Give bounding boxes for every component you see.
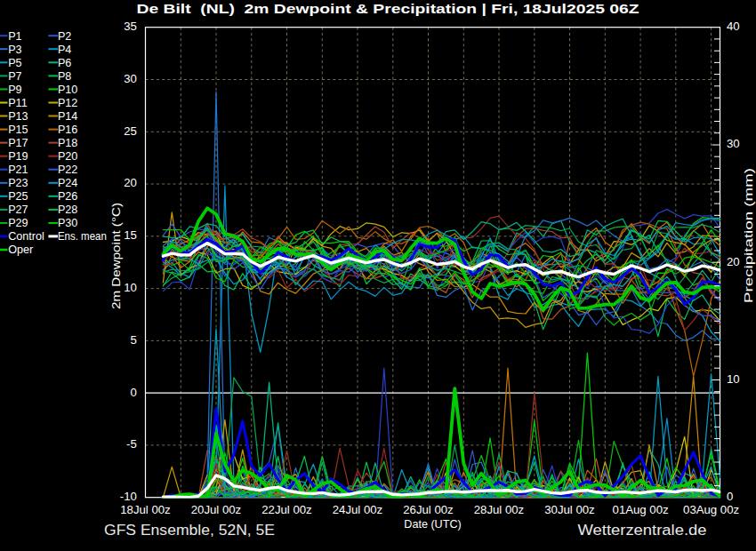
svg-text:P29: P29: [8, 217, 28, 229]
svg-text:GFS Ensemble, 52N, 5E: GFS Ensemble, 52N, 5E: [104, 521, 275, 539]
svg-text:18Jul 00z: 18Jul 00z: [120, 503, 170, 516]
svg-text:01Aug 00z: 01Aug 00z: [613, 503, 669, 516]
svg-text:30: 30: [124, 72, 137, 85]
svg-text:20Jul 00z: 20Jul 00z: [191, 503, 241, 516]
svg-text:P26: P26: [58, 190, 77, 203]
svg-text:Ens. mean: Ens. mean: [58, 230, 107, 243]
svg-text:P18: P18: [58, 137, 77, 149]
svg-text:P5: P5: [8, 57, 21, 69]
svg-text:10: 10: [727, 372, 740, 386]
svg-text:P12: P12: [58, 97, 77, 109]
svg-text:P15: P15: [8, 124, 28, 136]
svg-text:20: 20: [727, 255, 740, 268]
svg-text:30: 30: [727, 137, 740, 150]
svg-text:35: 35: [124, 20, 137, 33]
svg-text:15: 15: [124, 228, 137, 242]
svg-text:Precipitation (mm): Precipitation (mm): [742, 168, 755, 303]
svg-text:P28: P28: [58, 204, 77, 216]
svg-text:P11: P11: [8, 97, 27, 109]
svg-text:P7: P7: [8, 70, 21, 83]
svg-text:26Jul 00z: 26Jul 00z: [403, 503, 453, 516]
svg-text:24Jul 00z: 24Jul 00z: [333, 503, 382, 516]
svg-text:P16: P16: [58, 124, 77, 136]
svg-text:10: 10: [124, 281, 137, 294]
svg-text:0: 0: [130, 386, 136, 399]
svg-text:P8: P8: [58, 70, 71, 83]
svg-text:40: 40: [727, 20, 740, 33]
svg-text:P9: P9: [8, 84, 21, 96]
svg-text:Oper: Oper: [8, 244, 33, 256]
svg-text:Control: Control: [8, 230, 44, 243]
svg-text:20: 20: [124, 176, 137, 189]
svg-text:0: 0: [727, 490, 733, 503]
svg-text:03Aug 00z: 03Aug 00z: [683, 503, 739, 516]
svg-text:De Bilt (NL) 2m Dewpoint & P: De Bilt (NL) 2m Dewpoint & Precipitation…: [137, 2, 639, 16]
svg-text:-10: -10: [120, 490, 137, 503]
svg-text:5: 5: [130, 333, 136, 347]
svg-text:28Jul 00z: 28Jul 00z: [474, 503, 524, 516]
svg-text:22Jul 00z: 22Jul 00z: [261, 503, 311, 516]
svg-text:Date (UTC): Date (UTC): [404, 518, 461, 531]
svg-text:2m Dewpoint (°C): 2m Dewpoint (°C): [109, 203, 123, 309]
svg-text:P21: P21: [8, 164, 28, 176]
svg-text:P19: P19: [8, 150, 28, 163]
svg-text:P17: P17: [8, 137, 28, 149]
svg-text:P3: P3: [8, 44, 21, 56]
svg-text:P20: P20: [58, 150, 77, 163]
svg-text:30Jul 00z: 30Jul 00z: [544, 503, 594, 516]
svg-text:P24: P24: [58, 177, 77, 189]
svg-text:P25: P25: [8, 190, 28, 203]
svg-text:25: 25: [124, 124, 137, 138]
svg-text:P23: P23: [8, 177, 28, 189]
svg-text:P22: P22: [58, 164, 77, 176]
svg-text:Wetterzentrale.de: Wetterzentrale.de: [578, 521, 707, 539]
svg-text:P13: P13: [8, 110, 28, 123]
svg-text:P10: P10: [58, 84, 77, 96]
svg-text:P4: P4: [58, 44, 71, 56]
svg-text:P14: P14: [58, 110, 77, 123]
svg-text:-5: -5: [126, 437, 137, 451]
svg-text:P30: P30: [58, 217, 77, 229]
svg-text:P6: P6: [58, 57, 71, 69]
svg-text:P1: P1: [8, 30, 21, 43]
svg-text:P27: P27: [8, 204, 28, 216]
svg-text:P2: P2: [58, 30, 71, 43]
